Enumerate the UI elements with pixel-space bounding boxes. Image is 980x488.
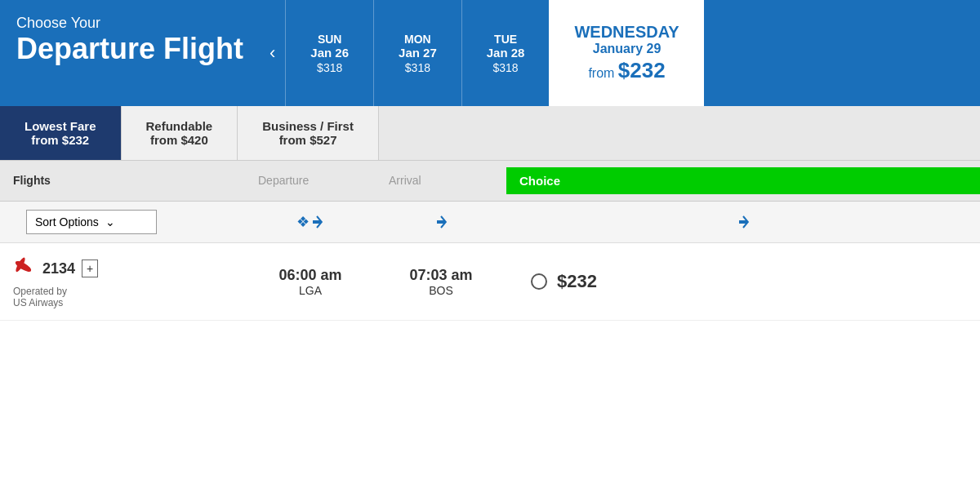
price-wed: from $232	[588, 58, 665, 83]
price-mon: $318	[405, 61, 430, 74]
departure-flight-label: Departure Flight	[16, 32, 243, 66]
flight-number: 2134	[42, 260, 75, 277]
operated-by: Operated byUS Airways	[13, 286, 232, 308]
day-wed: WEDNESDAY	[574, 23, 679, 42]
choice-col-header: Choice	[506, 167, 980, 194]
day-mon: MON	[404, 33, 431, 46]
date-jan29: January 29	[593, 42, 662, 56]
date-jan27: Jan 27	[399, 46, 437, 60]
fare-tab-refundable[interactable]: Refundable from $420	[122, 106, 238, 160]
sort-options-label: Sort Options	[35, 215, 99, 228]
fare-tab-lowest-label: Lowest Fare	[24, 119, 96, 133]
price-tue: $318	[493, 61, 519, 74]
date-tab-sun[interactable]: SUN Jan 26 $318	[285, 0, 373, 106]
departure-time-cell: 06:00 am LGA	[245, 267, 376, 297]
fare-tab-business-label: Business / First	[262, 119, 354, 133]
arrival-airport: BOS	[376, 284, 506, 297]
sort-options-container: Sort Options ⌄	[0, 206, 245, 237]
day-tue: TUE	[494, 33, 517, 46]
fare-tabs-bar: Lowest Fare from $232 Refundable from $4…	[0, 106, 980, 161]
prev-date-button[interactable]: ‹	[260, 0, 285, 106]
departure-time: 06:00 am	[245, 267, 376, 284]
choice-updown-icon	[736, 214, 751, 230]
fare-tab-business-price: from $527	[262, 133, 354, 147]
flights-col-header: Flights	[0, 167, 245, 194]
date-jan26: Jan 26	[310, 46, 349, 60]
date-tab-tue[interactable]: TUE Jan 28 $318	[461, 0, 550, 106]
fare-tab-lowest-price: from $232	[24, 133, 96, 147]
choice-label: Choice	[519, 174, 560, 188]
airline-icon	[7, 251, 41, 286]
fare-tab-lowest[interactable]: Lowest Fare from $232	[0, 106, 122, 160]
date-jan28: Jan 28	[487, 46, 525, 60]
day-sun: SUN	[318, 33, 342, 46]
flights-table-header: Flights Departure Arrival Choice	[0, 161, 980, 202]
arrival-time: 07:03 am	[376, 267, 506, 284]
sort-row: Sort Options ⌄ ❖	[0, 202, 980, 243]
arrival-sort-arrow[interactable]	[376, 214, 506, 230]
price-cell: $232	[506, 271, 980, 292]
arrival-col-header: Arrival	[376, 167, 506, 194]
fare-tab-business[interactable]: Business / First from $527	[238, 106, 379, 160]
departure-sort-arrow[interactable]: ❖	[245, 213, 376, 231]
fare-tab-refundable-price: from $420	[146, 133, 213, 147]
arrival-updown-icon	[434, 214, 448, 230]
date-tab-wed[interactable]: WEDNESDAY January 29 from $232	[549, 0, 703, 106]
sort-chevron-icon: ⌄	[105, 215, 115, 228]
departure-sort-icon: ❖	[296, 213, 310, 231]
page-header: Choose Your Departure Flight ‹ SUN Jan 2…	[0, 0, 980, 106]
choose-your-label: Choose Your	[16, 15, 243, 32]
select-flight-radio[interactable]	[531, 273, 547, 290]
flight-row-2134: 2134 + Operated byUS Airways 06:00 am LG…	[0, 243, 980, 321]
add-flight-button[interactable]: +	[82, 260, 98, 277]
departure-airport: LGA	[245, 284, 376, 297]
date-tab-mon[interactable]: MON Jan 27 $318	[373, 0, 461, 106]
flight-info-cell: 2134 + Operated byUS Airways	[0, 255, 245, 308]
flight-number-row: 2134 +	[13, 255, 232, 282]
departure-updown-icon	[310, 214, 324, 230]
flight-price: $232	[557, 271, 597, 292]
sort-options-dropdown[interactable]: Sort Options ⌄	[26, 210, 157, 234]
date-tabs: SUN Jan 26 $318 MON Jan 27 $318 TUE Jan …	[285, 0, 980, 106]
fare-tab-refundable-label: Refundable	[146, 119, 213, 133]
choice-sort-arrow[interactable]	[506, 214, 980, 230]
departure-col-header: Departure	[245, 167, 376, 194]
arrival-time-cell: 07:03 am BOS	[376, 267, 506, 297]
aa-logo	[7, 251, 38, 282]
header-title-block: Choose Your Departure Flight	[0, 0, 260, 106]
price-sun: $318	[317, 61, 342, 74]
